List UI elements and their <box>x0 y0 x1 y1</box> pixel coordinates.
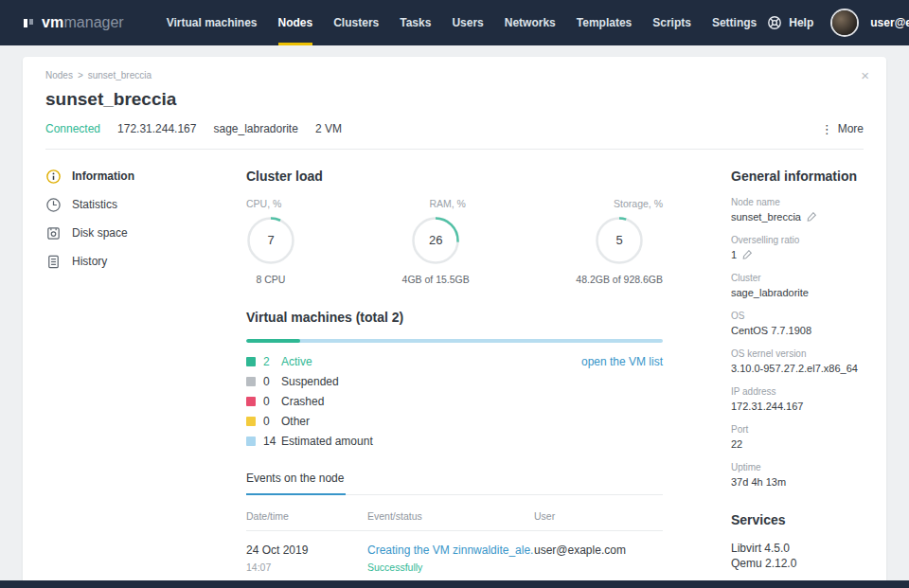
history-icon <box>45 254 62 270</box>
field-value: 3.10.0-957.27.2.el7.x86_64 <box>731 363 858 374</box>
gauge-label-ram: RAM, % <box>429 198 466 209</box>
field-ip-address: IP address 172.31.244.167 <box>731 386 864 412</box>
events-table-header: Date/time Event/status User <box>246 495 663 531</box>
gauge-labels: CPU, % RAM, % Storage, % <box>246 198 663 209</box>
event-status: Successfully <box>367 561 534 573</box>
page-title: sunset_breccia <box>45 89 864 110</box>
gauge-caption: 8 CPU <box>257 274 286 285</box>
events-tabs: Events on the node <box>246 469 663 495</box>
sidebar-item-label: Disk space <box>72 226 128 240</box>
gauge-ram: 26 4GB of 15.5GB <box>402 216 470 285</box>
nav-tasks[interactable]: Tasks <box>389 0 441 45</box>
page: Nodes > sunset_breccia × sunset_breccia … <box>0 45 909 588</box>
col-event-status: Event/status <box>367 510 534 522</box>
user-menu[interactable]: user@exam... <box>870 16 909 29</box>
app-logo[interactable]: vmmanager <box>23 14 124 31</box>
logo-light: manager <box>64 14 124 31</box>
node-ip: 172.31.244.167 <box>117 122 196 135</box>
nav-settings[interactable]: Settings <box>702 0 767 45</box>
bottom-bar <box>0 580 909 588</box>
legend-swatch-other <box>246 417 256 426</box>
node-card: Nodes > sunset_breccia × sunset_breccia … <box>23 57 886 588</box>
event-user: user@exaple.com <box>534 543 663 557</box>
event-link[interactable]: Creating the VM zinnwaldite_ale... <box>367 543 534 557</box>
service-libvirt: Libvirt 4.5.0 <box>731 541 864 556</box>
sidebar-item-label: History <box>72 255 107 268</box>
edit-icon[interactable] <box>742 249 753 259</box>
field-value: CentOS 7.7.1908 <box>731 325 811 336</box>
event-date: 24 Oct 2019 <box>246 543 367 557</box>
field-os: OS CentOS 7.7.1908 <box>731 311 864 336</box>
field-value: 22 <box>731 438 742 450</box>
legend-label: Other <box>281 415 310 428</box>
sidebar-item-information[interactable]: Information <box>45 169 246 185</box>
legend-label: Active <box>281 355 312 368</box>
sidebar-item-label: Information <box>72 169 134 183</box>
col-date-time: Date/time <box>246 510 367 522</box>
sidebar-item-statistics[interactable]: Statistics <box>45 197 246 213</box>
service-qemu: Qemu 2.12.0 <box>731 556 864 571</box>
status-badge: Connected <box>45 122 100 135</box>
gauge-value: 26 <box>411 216 460 265</box>
field-node-name: Node name sunset_breccia <box>731 197 864 223</box>
legend-count: 0 <box>263 395 281 408</box>
nav-nodes[interactable]: Nodes <box>268 0 324 45</box>
main-nav: Virtual machines Nodes Clusters Tasks Us… <box>156 0 768 45</box>
sidebar-item-disk-space[interactable]: Disk space <box>45 225 246 241</box>
field-cluster: Cluster sage_labradorite <box>731 273 864 298</box>
gauge-label-cpu: CPU, % <box>246 198 281 209</box>
more-button[interactable]: ⋮ More <box>821 122 864 136</box>
open-vm-list-link[interactable]: open the VM list <box>581 355 663 368</box>
col-user: User <box>534 510 663 522</box>
field-overselling-ratio: Overselling ratio 1 <box>731 235 864 260</box>
legend-count: 0 <box>263 375 281 388</box>
services-list: Libvirt 4.5.0 Qemu 2.12.0 <box>731 541 864 571</box>
help-button[interactable]: Help <box>767 15 813 30</box>
field-label: IP address <box>731 386 864 397</box>
event-time: 14:07 <box>246 561 367 573</box>
sidebar-item-history[interactable]: History <box>45 254 246 270</box>
tab-events-on-node[interactable]: Events on the node <box>246 472 346 495</box>
close-icon[interactable]: × <box>861 68 869 82</box>
logo-icon <box>23 17 35 29</box>
status-row: Connected 172.31.244.167 sage_labradorit… <box>45 122 864 136</box>
field-value: 37d 4h 13m <box>731 476 786 488</box>
field-label: Node name <box>731 197 864 207</box>
general-info-panel: General information Node name sunset_bre… <box>731 169 864 588</box>
topbar-right: Help user@exam... <box>767 10 909 35</box>
breadcrumb-nodes[interactable]: Nodes <box>45 70 73 80</box>
edit-icon[interactable] <box>807 211 817 222</box>
kebab-icon: ⋮ <box>821 122 833 136</box>
vm-usage-bar <box>246 339 663 343</box>
gauge-label-storage: Storage, % <box>614 198 663 209</box>
help-icon <box>767 15 782 30</box>
vm-section: Virtual machines (total 2) open the VM l… <box>246 310 663 448</box>
legend-count: 14 <box>263 435 281 448</box>
nav-users[interactable]: Users <box>441 0 493 45</box>
vm-legend: open the VM list 2 Active 0 Suspended <box>246 355 663 448</box>
nav-scripts[interactable]: Scripts <box>642 0 702 45</box>
gauge-caption: 48.2GB of 928.6GB <box>576 274 663 285</box>
legend-label: Estimated amount <box>281 435 373 448</box>
field-value: sage_labradorite <box>731 287 809 298</box>
disk-icon <box>45 225 62 241</box>
field-value: 172.31.244.167 <box>731 401 803 412</box>
nav-virtual-machines[interactable]: Virtual machines <box>156 0 268 45</box>
help-label: Help <box>789 16 813 29</box>
logo-text: vmmanager <box>42 14 124 31</box>
table-row: 24 Oct 2019 14:07 Creating the VM zinnwa… <box>246 531 663 587</box>
node-vm-count: 2 VM <box>315 122 342 135</box>
node-cluster: sage_labradorite <box>213 122 297 135</box>
logo-bold: vm <box>42 14 64 31</box>
field-value: sunset_breccia <box>731 211 801 223</box>
user-avatar[interactable] <box>832 10 857 35</box>
field-label: Overselling ratio <box>731 235 864 245</box>
nav-templates[interactable]: Templates <box>566 0 642 45</box>
gauge-caption: 4GB of 15.5GB <box>402 274 470 285</box>
nav-clusters[interactable]: Clusters <box>323 0 389 45</box>
legend-swatch-suspended <box>246 377 256 386</box>
field-uptime: Uptime 37d 4h 13m <box>731 462 864 488</box>
events-table: Date/time Event/status User 24 Oct 2019 … <box>246 495 663 588</box>
nav-networks[interactable]: Networks <box>494 0 566 45</box>
node-side-nav: Information Statistics <box>45 169 246 588</box>
